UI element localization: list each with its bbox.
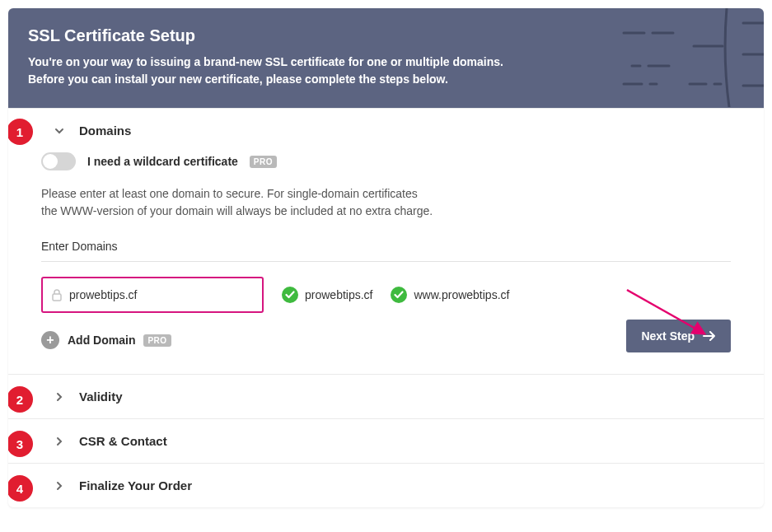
add-domain-button[interactable]: Add Domain	[68, 334, 135, 347]
wildcard-row: I need a wildcard certificate PRO	[41, 152, 731, 170]
domains-body: I need a wildcard certificate PRO Please…	[8, 152, 764, 374]
verified-domain-1: prowebtips.cf	[282, 287, 372, 303]
next-step-button[interactable]: Next Step	[626, 320, 731, 352]
domains-hint: Please enter at least one domain to secu…	[41, 185, 731, 220]
domain-input-wrap[interactable]	[41, 277, 264, 313]
step-header-csr[interactable]: CSR & Contact	[8, 419, 764, 463]
step-finalize: 4 Finalize Your Order	[8, 463, 764, 507]
step-domains: 1 Domains I need a wildcard certificate …	[8, 108, 764, 374]
chevron-right-icon	[54, 392, 64, 402]
step-header-validity[interactable]: Validity	[8, 375, 764, 418]
check-icon	[282, 287, 298, 303]
page-title: SSL Certificate Setup	[28, 26, 744, 45]
wildcard-label: I need a wildcard certificate	[87, 155, 238, 168]
chevron-right-icon	[54, 436, 64, 446]
verified-domain-2: www.prowebtips.cf	[391, 287, 509, 303]
step-header-finalize[interactable]: Finalize Your Order	[8, 464, 764, 507]
svg-rect-12	[53, 294, 61, 301]
page-subtitle: You're on your way to issuing a brand-ne…	[28, 54, 744, 88]
lock-icon	[51, 288, 63, 301]
step-validity: 2 Validity	[8, 374, 764, 418]
pro-badge: PRO	[250, 156, 277, 168]
domain-entry-row: prowebtips.cf www.prowebtips.cf	[41, 277, 731, 313]
add-domain-row: + Add Domain PRO Next Step	[41, 331, 731, 349]
pro-badge: PRO	[143, 334, 171, 347]
step-title-validity: Validity	[79, 390, 123, 404]
hint-line-1: Please enter at least one domain to secu…	[41, 187, 418, 200]
check-icon	[391, 287, 407, 303]
hint-line-2: the WWW-version of your domain will alwa…	[41, 204, 433, 217]
domain-input[interactable]	[69, 288, 254, 301]
header: SSL Certificate Setup You're on your way…	[8, 8, 764, 108]
enter-domains-label: Enter Domains	[41, 240, 731, 262]
step-title-domains: Domains	[79, 124, 131, 138]
step-title-finalize: Finalize Your Order	[79, 478, 192, 492]
verified-domain-1-text: prowebtips.cf	[305, 288, 372, 301]
chevron-down-icon	[54, 126, 64, 136]
step-title-csr: CSR & Contact	[79, 434, 167, 448]
chevron-right-icon	[54, 481, 64, 491]
ssl-setup-card: SSL Certificate Setup You're on your way…	[8, 8, 764, 507]
step-header-domains[interactable]: Domains	[8, 109, 764, 152]
subtitle-line-2: Before you can install your new certific…	[28, 72, 448, 86]
subtitle-line-1: You're on your way to issuing a brand-ne…	[28, 55, 503, 68]
step-csr: 3 CSR & Contact	[8, 418, 764, 463]
verified-domain-2-text: www.prowebtips.cf	[414, 288, 509, 301]
wildcard-toggle[interactable]	[41, 152, 76, 170]
plus-icon[interactable]: +	[41, 331, 59, 349]
arrow-right-icon	[703, 331, 716, 341]
next-step-label: Next Step	[641, 329, 695, 343]
